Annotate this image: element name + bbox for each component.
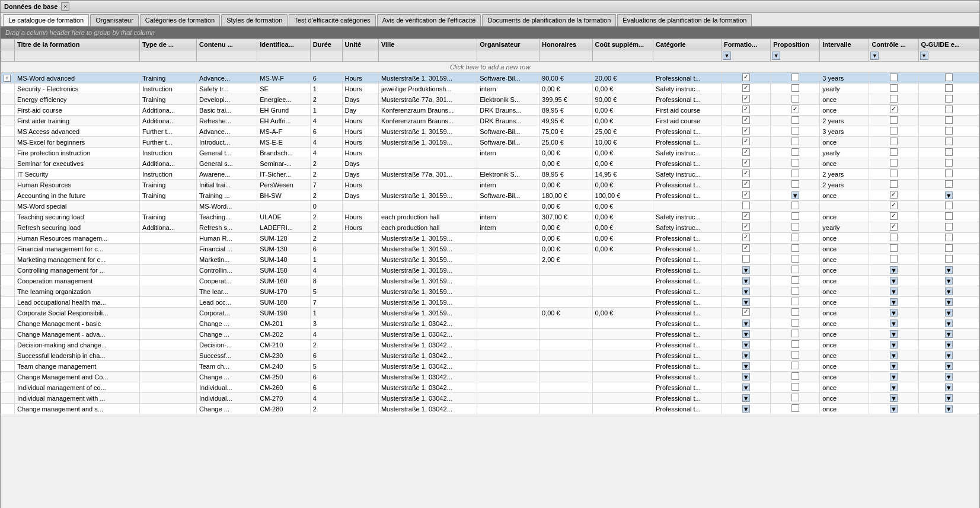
checkbox-checked[interactable] [890,212,898,220]
checkbox-icon[interactable]: ▼ [742,320,750,327]
cell-prop[interactable] [771,137,820,148]
cell-ctrl[interactable]: ▼ [869,276,918,286]
cell-ctrl[interactable]: ▼ [869,340,918,350]
row-expand[interactable] [1,329,15,340]
filter-icon-format[interactable]: ▼ [723,52,731,60]
cell-ctrl[interactable] [869,222,918,233]
cell-ctrl[interactable]: ▼ [869,297,918,308]
cell-qguide[interactable]: ▼ [918,393,979,404]
checkbox-checked[interactable] [742,106,750,113]
checkbox-empty[interactable] [890,255,898,263]
cell-ctrl[interactable]: ▼ [869,382,918,393]
table-row[interactable]: Change Management and Co...Change ...CM-… [1,372,979,382]
checkbox-icon[interactable]: ▼ [945,373,953,381]
cell-format[interactable] [722,94,771,105]
checkbox-empty[interactable] [945,116,953,124]
checkbox-empty[interactable] [791,84,799,92]
cell-prop[interactable] [771,212,820,222]
checkbox-checked[interactable] [742,148,750,156]
checkbox-empty[interactable] [945,180,953,188]
checkbox-empty[interactable] [890,234,898,241]
checkbox-icon[interactable]: ▼ [945,394,953,402]
table-row[interactable]: Decision-making and change...Decision-..… [1,340,979,350]
checkbox-empty[interactable] [791,372,799,380]
table-row[interactable]: Individual management of co...Individual… [1,382,979,393]
new-row-hint[interactable]: Click here to add a new row [1,62,979,73]
tab-catalogue[interactable]: Le catalogue de formation [3,14,89,26]
table-row[interactable]: Controlling management for ...Controllin… [1,265,979,276]
cell-ctrl[interactable] [869,169,918,180]
checkbox-checked[interactable] [890,202,898,209]
window-close-button[interactable]: × [61,2,69,11]
checkbox-empty[interactable] [945,106,953,113]
cell-qguide[interactable]: ▼ [918,265,979,276]
checkbox-checked[interactable] [742,159,750,167]
cell-prop[interactable] [771,94,820,105]
cell-qguide[interactable] [918,73,979,84]
checkbox-icon[interactable]: ▼ [742,394,750,402]
col-header-duree[interactable]: Durée [310,39,342,50]
checkbox-empty[interactable] [890,84,898,92]
col-header-unite[interactable]: Unité [342,39,378,50]
row-expand[interactable] [1,169,15,180]
cell-format[interactable] [722,84,771,94]
col-header-prop[interactable]: Proposition [771,39,820,50]
filter-icon-qguide[interactable]: ▼ [920,52,928,60]
table-row[interactable]: Security - ElectronicsInstructionSafety … [1,84,979,94]
cell-qguide[interactable]: ▼ [918,308,979,318]
checkbox-empty[interactable] [791,116,799,124]
cell-format[interactable] [722,148,771,158]
cell-qguide[interactable] [918,212,979,222]
row-expand[interactable] [1,372,15,382]
cell-prop[interactable] [771,308,820,318]
cell-qguide[interactable]: ▼ [918,350,979,361]
cell-format[interactable] [722,105,771,116]
cell-prop[interactable] [771,126,820,137]
cell-prop[interactable] [771,329,820,340]
table-row[interactable]: First aider trainingAdditiona...Refreshe… [1,116,979,126]
cell-ctrl[interactable]: ▼ [869,286,918,297]
col-header-qguide[interactable]: Q-GUIDE e... [918,39,979,50]
tab-styles[interactable]: Styles de formation [221,14,288,26]
cell-prop[interactable] [771,148,820,158]
table-row[interactable]: Teaching securing loadTrainingTeaching..… [1,212,979,222]
checkbox-empty[interactable] [945,244,953,252]
cell-prop[interactable] [771,116,820,126]
checkbox-icon[interactable]: ▼ [890,277,898,285]
cell-ctrl[interactable] [869,254,918,265]
table-row[interactable]: Corporate Social Responsibili...Corporat… [1,308,979,318]
cell-qguide[interactable]: ▼ [918,382,979,393]
checkbox-icon[interactable]: ▼ [742,405,750,413]
cell-ctrl[interactable] [869,244,918,254]
table-row[interactable]: Marketing management for c...Marketin...… [1,254,979,265]
table-row[interactable]: Refresh securing loadAdditiona...Refresh… [1,222,979,233]
row-expand[interactable] [1,350,15,361]
checkbox-empty[interactable] [791,276,799,284]
checkbox-empty[interactable] [791,202,799,209]
checkbox-checked[interactable] [742,234,750,241]
checkbox-empty[interactable] [791,330,799,337]
cell-ctrl[interactable] [869,94,918,105]
cell-prop[interactable] [771,404,820,414]
cell-ctrl[interactable]: ▼ [869,372,918,382]
checkbox-empty[interactable] [890,138,898,145]
row-expand[interactable] [1,265,15,276]
cell-format[interactable]: ▼ [722,340,771,350]
table-row[interactable]: Lead occupational health ma...Lead occ..… [1,297,979,308]
checkbox-checked[interactable] [890,223,898,231]
checkbox-icon[interactable]: ▼ [791,191,799,199]
cell-qguide[interactable] [918,222,979,233]
table-row[interactable]: Accounting in the futureTrainingTraining… [1,190,979,201]
checkbox-icon[interactable]: ▼ [890,341,898,349]
cell-qguide[interactable]: ▼ [918,361,979,372]
row-expand[interactable] [1,254,15,265]
checkbox-empty[interactable] [791,127,799,135]
checkbox-checked[interactable] [742,116,750,124]
checkbox-checked[interactable] [742,180,750,188]
checkbox-empty[interactable] [791,223,799,231]
cell-ctrl[interactable]: ▼ [869,350,918,361]
row-expand[interactable] [1,404,15,414]
cell-qguide[interactable] [918,137,979,148]
cell-format[interactable]: ▼ [722,297,771,308]
checkbox-empty[interactable] [791,95,799,103]
